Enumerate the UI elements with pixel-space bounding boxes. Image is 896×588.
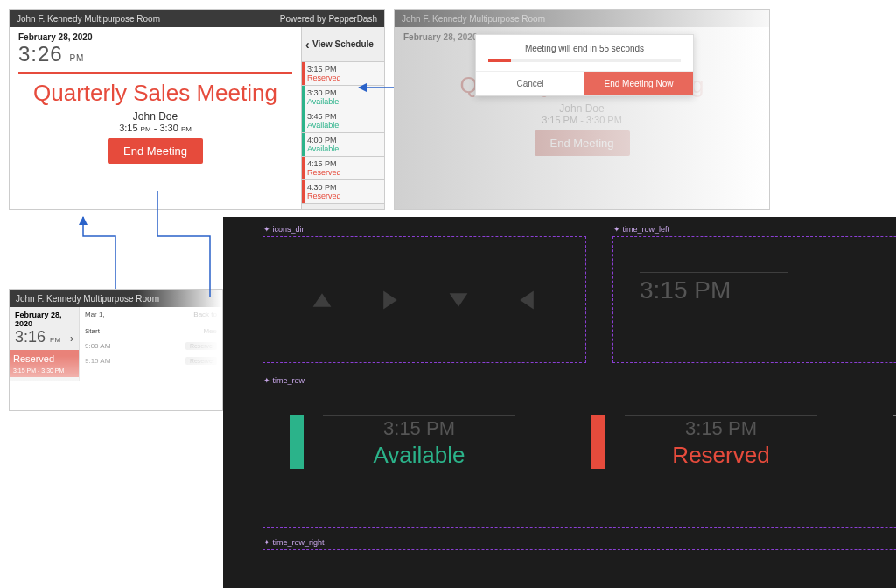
status-badge: Reserved (10, 350, 79, 368)
room-name: John F. Kennedy Multipurpose Room (17, 14, 160, 24)
slot-status: Available (307, 121, 379, 130)
reserve-button[interactable]: Reserve (186, 342, 217, 350)
current-date: February 28, 2020 (18, 32, 292, 42)
meeting-organizer: John Doe (403, 102, 760, 115)
view-schedule-button[interactable]: View Schedule (302, 27, 384, 62)
frame-label: time_row (263, 376, 304, 385)
slot-time: 3:15 PM (323, 417, 515, 440)
frame-label: icons_dir (263, 225, 304, 234)
frame-time-row-right[interactable]: time_row_right (262, 550, 896, 588)
schedule-list: Mar 1, Back to Start Mee 9:00 AMReserve9… (80, 307, 222, 381)
current-time: 3:16 PM (15, 328, 74, 346)
slot-card-reserved: 3:15 PM Reserved (592, 415, 836, 469)
current-date: February 28, 2020 (15, 311, 74, 328)
slot-time: 4:30 PM (307, 183, 379, 192)
triangle-left-icon[interactable] (509, 283, 544, 318)
countdown-progress (488, 59, 681, 62)
slot-card-available: 3:15 PM Available (290, 415, 535, 469)
meeting-time-range: 3:15 PM - 3:30 PM (18, 122, 292, 133)
row-time: 9:00 AM (85, 342, 110, 350)
list-item: 9:00 AMReserve (85, 342, 217, 350)
slot-time: 3:15 PM (625, 417, 817, 440)
slot-time: 4:15 PM (307, 159, 379, 168)
chevron-right-icon[interactable]: › (70, 332, 74, 345)
schedule-slot[interactable]: 4:00 PMAvailable (302, 133, 384, 157)
booking-panel-current: John F. Kennedy Multipurpose Room Powere… (9, 9, 385, 210)
triangle-down-icon[interactable] (441, 283, 476, 318)
cancel-button[interactable]: Cancel (476, 72, 584, 95)
status-stripe (290, 415, 304, 469)
day-label: Mar 1, (85, 311, 105, 318)
schedule-slot[interactable]: 3:45 PMAvailable (302, 109, 384, 133)
frame-label: time_row_left (613, 225, 669, 234)
meeting-organizer: John Doe (18, 110, 292, 122)
slot-status: Reserved (307, 74, 379, 82)
slot-status: Available (307, 97, 379, 106)
slot-status: Reserved (307, 192, 379, 200)
status-range: 3:15 PM - 3:30 PM (10, 368, 79, 377)
frame-time-row[interactable]: time_row 3:15 PM Available 3:15 PM Reser… (262, 388, 896, 528)
slot-time: 3:30 PM (307, 88, 379, 97)
meeting-time-range: 3:15 PM - 3:30 PM (403, 115, 760, 125)
col-meeting: Mee (203, 327, 217, 335)
slot-time: 3:45 PM (307, 112, 379, 121)
schedule-sidebar: View Schedule 3:15 PMReserved3:30 PMAvai… (301, 27, 384, 209)
titlebar: John F. Kennedy Multipurpose Room (10, 290, 222, 307)
slot-time: 4:00 PM (307, 136, 379, 144)
schedule-slot[interactable]: 3:15 PMReserved (302, 62, 384, 86)
col-start: Start (85, 327, 100, 335)
time-card-dark: 3:15 PM (640, 272, 788, 304)
slot-time: 3:15 PM (307, 65, 379, 74)
status-stripe (592, 415, 606, 469)
schedule-slot[interactable]: 4:30 PMReserved (302, 180, 384, 204)
time-label: 3:15 PM (640, 273, 788, 304)
booking-panel-ending: John F. Kennedy Multipurpose Room Februa… (394, 9, 770, 210)
titlebar: John F. Kennedy Multipurpose Room Powere… (10, 10, 384, 27)
powered-by: Powered by PepperDash (280, 14, 377, 24)
end-meeting-now-button[interactable]: End Meeting Now (584, 72, 693, 95)
end-meeting-modal: Meeting will end in 55 seconds Cancel En… (475, 34, 694, 96)
triangle-up-icon[interactable] (304, 283, 340, 318)
schedule-slot[interactable]: 4:15 PMReserved (302, 157, 384, 180)
slot-status: Available (307, 144, 379, 153)
design-canvas: icons_dir time_row_left 3:15 PM 3:15 PM … (223, 217, 896, 588)
booking-panel-list: John F. Kennedy Multipurpose Room Februa… (9, 289, 223, 411)
frame-time-row-left[interactable]: time_row_left 3:15 PM 3:15 PM (612, 236, 896, 363)
back-link[interactable]: Back to (193, 311, 217, 318)
triangle-right-icon[interactable] (373, 283, 408, 318)
frame-label: time_row_right (263, 538, 325, 547)
end-meeting-button[interactable]: End Meeting (535, 130, 630, 156)
frame-icons-dir[interactable]: icons_dir (262, 236, 586, 363)
reserve-button[interactable]: Reserve (186, 357, 217, 365)
schedule-slot[interactable]: 3:30 PMAvailable (302, 86, 384, 109)
slot-status: Available (323, 442, 515, 469)
slot-status: Reserved (307, 168, 379, 177)
divider-accent (18, 72, 292, 74)
end-meeting-button[interactable]: End Meeting (108, 138, 203, 164)
meeting-title: Quarterly Sales Meeting (18, 81, 292, 105)
countdown-message: Meeting will end in 55 seconds (476, 35, 693, 59)
titlebar: John F. Kennedy Multipurpose Room (395, 10, 769, 27)
list-item: 9:15 AMReserve (85, 357, 217, 365)
current-time: 3:26 PM (18, 42, 292, 66)
current-status-column: February 28, 2020 3:16 PM › Reserved 3:1… (10, 307, 80, 381)
row-time: 9:15 AM (85, 357, 110, 365)
slot-status: Reserved (625, 442, 817, 469)
